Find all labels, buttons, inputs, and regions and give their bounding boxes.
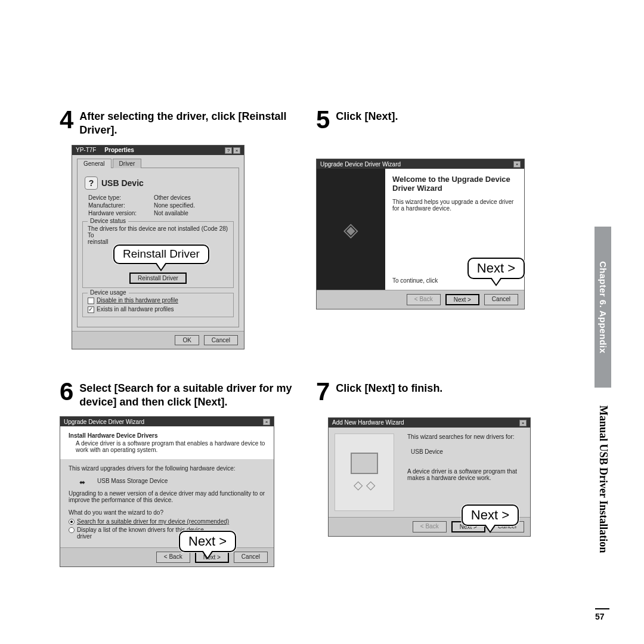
- checkbox-disable[interactable]: [88, 298, 94, 304]
- step-instruction: After selecting the driver, click [Reins…: [79, 107, 292, 138]
- ok-button[interactable]: OK: [175, 335, 199, 345]
- callout-reinstall: Reinstall Driver: [113, 244, 209, 264]
- callout-next: Next >: [467, 258, 525, 279]
- callout-arrow-icon: [155, 263, 167, 271]
- tab-driver[interactable]: Driver: [113, 159, 142, 168]
- step-number: 5: [316, 107, 330, 132]
- device-name: USB Devic: [101, 178, 144, 188]
- page-number: 57: [595, 608, 609, 621]
- window-controls: ?×: [224, 147, 240, 154]
- cancel-button[interactable]: Cancel: [204, 335, 238, 345]
- dialog-titlebar: Upgrade Device Driver Wizard ×: [60, 417, 274, 426]
- dialog-titlebar: Upgrade Device Driver Wizard ×: [317, 159, 524, 169]
- step-6: 6 Select [Search for a suitable driver f…: [60, 379, 292, 568]
- radio-list[interactable]: [69, 527, 75, 533]
- close-icon[interactable]: ×: [513, 161, 521, 168]
- step-instruction: Click [Next] to finish.: [336, 379, 442, 395]
- back-button[interactable]: < Back: [156, 552, 190, 563]
- radio-search[interactable]: [69, 519, 75, 525]
- close-icon[interactable]: ×: [233, 147, 240, 154]
- checkbox-exists[interactable]: [88, 306, 94, 313]
- step-number: 4: [60, 107, 73, 132]
- callout-next: Next >: [179, 531, 236, 552]
- wizard-heading: Welcome to the Upgrade Device Driver Wiz…: [392, 175, 517, 193]
- reinstall-driver-button[interactable]: Reinstall Driver: [129, 273, 187, 284]
- dialog-titlebar: YP-T7F Properties ?×: [72, 145, 244, 155]
- manual-page: 4 After selecting the driver, click [Rei…: [60, 107, 549, 567]
- chapter-tab: Chapter 6. Appendix: [595, 227, 611, 388]
- callout-arrow-icon: [490, 278, 502, 286]
- next-button[interactable]: Next >: [445, 294, 479, 305]
- step-number: 6: [60, 379, 73, 404]
- step-instruction: Click [Next].: [336, 107, 398, 123]
- close-icon[interactable]: ×: [263, 419, 270, 425]
- step-instruction: Select [Search for a suitable driver for…: [79, 379, 292, 410]
- callout-arrow-icon: [202, 551, 213, 559]
- back-button[interactable]: < Back: [407, 294, 441, 305]
- dialog-titlebar: Add New Hardware Wizard ×: [329, 418, 530, 428]
- help-icon[interactable]: ?: [225, 147, 232, 154]
- cancel-button[interactable]: Cancel: [234, 552, 268, 563]
- callout-arrow-icon: [484, 525, 496, 533]
- step-number: 7: [316, 379, 330, 404]
- usb-icon: [79, 478, 92, 484]
- section-label: Manual USB Driver Installation: [597, 405, 609, 553]
- wizard-dialog: Upgrade Device Driver Wizard × Install H…: [60, 416, 274, 567]
- wizard-graphic: ◈: [317, 169, 385, 290]
- cancel-button[interactable]: Cancel: [484, 294, 518, 305]
- hardware-graphic: ◇ ◇: [335, 434, 394, 511]
- step-7: 7 Click [Next] to finish. Add New Hardwa…: [316, 379, 549, 568]
- tab-general[interactable]: General: [77, 159, 112, 168]
- wizard-dialog: Upgrade Device Driver Wizard × ◈ Welcome…: [316, 159, 525, 309]
- step-5: 5 Click [Next]. Upgrade Device Driver Wi…: [316, 107, 549, 349]
- question-icon: ?: [85, 177, 98, 190]
- back-button[interactable]: < Back: [413, 521, 447, 532]
- callout-next: Next >: [462, 504, 519, 526]
- step-4: 4 After selecting the driver, click [Rei…: [60, 107, 292, 349]
- close-icon[interactable]: ×: [519, 420, 527, 426]
